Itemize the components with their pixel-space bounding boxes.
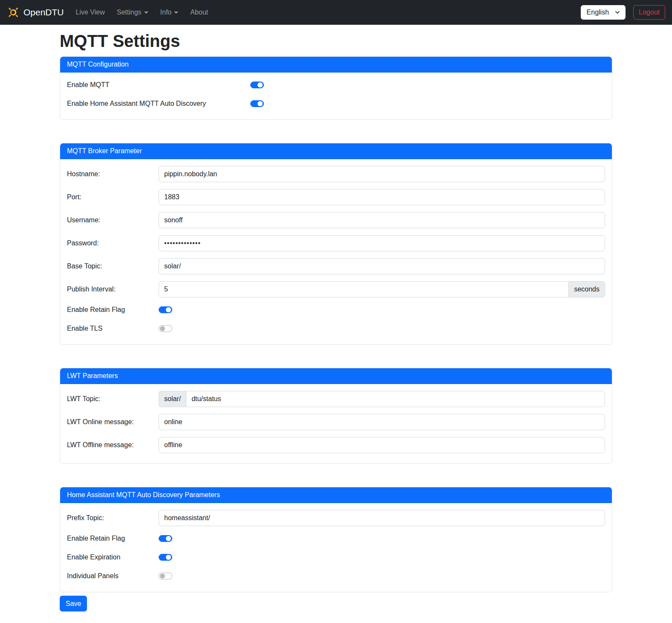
card-header: LWT Parameters [60, 368, 612, 384]
field-row: Password: [67, 235, 605, 251]
username-input[interactable] [159, 212, 605, 228]
switch-knob [258, 101, 263, 106]
switch-label: Enable MQTT [67, 81, 250, 89]
chevron-down-icon [615, 10, 620, 15]
field-row: Port: [67, 189, 605, 205]
switch-label: Enable Retain Flag [67, 535, 159, 542]
card-body: LWT Topic: solar/ LWT Online message: LW… [60, 384, 612, 463]
switch-label: Enable Retain Flag [67, 306, 159, 314]
switch-knob [160, 574, 165, 579]
switch-knob [258, 82, 263, 87]
field-row: Base Topic: [67, 258, 605, 274]
switch-row: Enable Retain Flag [67, 533, 605, 544]
nav-item-settings[interactable]: Settings [113, 5, 152, 20]
language-select-value: English [587, 9, 609, 16]
switch-knob [160, 326, 165, 331]
nav-item-info[interactable]: Info [157, 5, 182, 20]
card-body: Enable MQTT Enable Home Assistant MQTT A… [60, 73, 612, 119]
chevron-down-icon [144, 12, 148, 14]
brand-link[interactable]: OpenDTU [7, 6, 64, 19]
switch-label: Enable Home Assistant MQTT Auto Discover… [67, 100, 250, 108]
page-title: MQTT Settings [60, 31, 612, 51]
switch-label: Enable TLS [67, 325, 159, 332]
enable-retain-flag-switch[interactable] [159, 306, 172, 313]
card-header: MQTT Broker Parameter [60, 143, 612, 159]
field-label: Prefix Topic: [67, 514, 159, 522]
enable-tls-switch[interactable] [159, 325, 172, 332]
lwt-online-message-input[interactable] [159, 414, 605, 430]
brand-label: OpenDTU [23, 7, 64, 17]
nav-item-about[interactable]: About [187, 5, 211, 20]
switch-row: Enable Home Assistant MQTT Auto Discover… [67, 98, 605, 109]
switch-row: Enable Retain Flag [67, 304, 605, 315]
prefix-topic-input[interactable] [159, 510, 605, 526]
field-label: Hostname: [67, 170, 159, 178]
hass-auto-discovery-card: Home Assistant MQTT Auto Discovery Param… [60, 487, 612, 592]
enable-ha-auto-discovery-switch[interactable] [250, 100, 264, 107]
field-label: Base Topic: [67, 262, 159, 270]
field-label: Publish Interval: [67, 285, 159, 293]
nav-item-label: About [190, 9, 208, 16]
field-row: LWT Online message: [67, 414, 605, 430]
switch-row: Enable Expiration [67, 552, 605, 563]
main-content: MQTT Settings MQTT Configuration Enable … [60, 31, 612, 611]
nav-item-live-view[interactable]: Live View [72, 5, 108, 20]
nav-item-label: Info [160, 9, 172, 16]
individual-panels-switch[interactable] [159, 573, 172, 579]
port-input[interactable] [159, 189, 605, 205]
card-body: Hostname: Port: Username: Password: Base… [60, 159, 612, 344]
field-row: LWT Topic: solar/ [67, 391, 605, 407]
lwt-offline-message-input[interactable] [159, 437, 605, 453]
navbar: OpenDTU Live View Settings Info About En… [0, 0, 672, 25]
language-select[interactable]: English [581, 5, 626, 20]
switch-row: Enable MQTT [67, 79, 605, 90]
base-topic-input[interactable] [159, 258, 605, 274]
field-label: LWT Topic: [67, 395, 159, 403]
hass-enable-retain-flag-switch[interactable] [159, 535, 172, 542]
switch-knob [166, 307, 171, 312]
hostname-input[interactable] [159, 166, 605, 182]
lwt-topic-prefix-addon: solar/ [159, 391, 186, 407]
field-label: Username: [67, 216, 159, 224]
enable-mqtt-switch[interactable] [250, 82, 264, 88]
field-label: Password: [67, 239, 159, 247]
switch-row: Individual Panels [67, 571, 605, 582]
lwt-parameters-card: LWT Parameters LWT Topic: solar/ LWT Onl… [60, 368, 612, 464]
field-row: LWT Offline message: [67, 437, 605, 453]
field-row: Publish Interval: seconds [67, 281, 605, 297]
navbar-right: English Logout [581, 5, 665, 20]
save-button[interactable]: Save [60, 596, 87, 611]
switch-label: Individual Panels [67, 572, 159, 580]
publish-interval-input[interactable] [159, 281, 569, 297]
field-label: LWT Offline message: [67, 441, 159, 449]
mqtt-configuration-card: MQTT Configuration Enable MQTT Enable Ho… [60, 56, 612, 120]
field-row: Prefix Topic: [67, 510, 605, 526]
field-label: Port: [67, 193, 159, 201]
seconds-addon: seconds [569, 281, 605, 297]
logout-button[interactable]: Logout [633, 5, 665, 20]
mqtt-broker-parameter-card: MQTT Broker Parameter Hostname: Port: Us… [60, 143, 612, 345]
switch-label: Enable Expiration [67, 553, 159, 561]
card-header: MQTT Configuration [60, 57, 612, 73]
chevron-down-icon [174, 12, 178, 14]
nav-links: Live View Settings Info About [70, 5, 214, 20]
enable-expiration-switch[interactable] [159, 554, 172, 561]
switch-knob [166, 555, 171, 560]
password-input[interactable] [159, 235, 605, 251]
switch-row: Enable TLS [67, 323, 605, 334]
sun-icon [7, 6, 20, 19]
lwt-topic-input[interactable] [186, 391, 605, 407]
card-header: Home Assistant MQTT Auto Discovery Param… [60, 487, 612, 503]
nav-item-label: Live View [76, 9, 105, 16]
field-label: LWT Online message: [67, 418, 159, 426]
switch-knob [166, 536, 171, 541]
field-row: Hostname: [67, 166, 605, 182]
nav-item-label: Settings [117, 9, 142, 16]
card-body: Prefix Topic: Enable Retain Flag Enable … [60, 503, 612, 592]
field-row: Username: [67, 212, 605, 228]
